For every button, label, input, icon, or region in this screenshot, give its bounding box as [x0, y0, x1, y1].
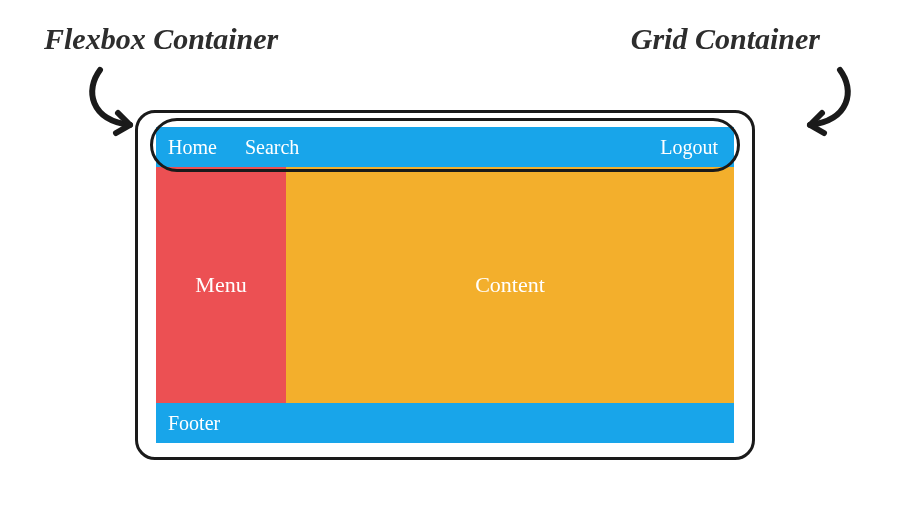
grid-container-label: Grid Container	[631, 22, 820, 56]
nav-search[interactable]: Search	[245, 136, 299, 159]
grid-layout: Home Search Logout Menu Content Footer	[156, 127, 734, 443]
arrow-right-icon	[760, 65, 860, 155]
nav-logout[interactable]: Logout	[660, 136, 718, 159]
grid-container-outline: Home Search Logout Menu Content Footer	[135, 110, 755, 460]
menu-region: Menu	[156, 167, 286, 403]
flexbox-container-label: Flexbox Container	[44, 22, 278, 56]
content-label: Content	[475, 272, 545, 298]
menu-label: Menu	[195, 272, 246, 298]
footer-region: Footer	[156, 403, 734, 443]
footer-label: Footer	[168, 412, 220, 435]
nav-home[interactable]: Home	[168, 136, 217, 159]
nav-bar: Home Search Logout	[156, 127, 734, 167]
content-region: Content	[286, 167, 734, 403]
